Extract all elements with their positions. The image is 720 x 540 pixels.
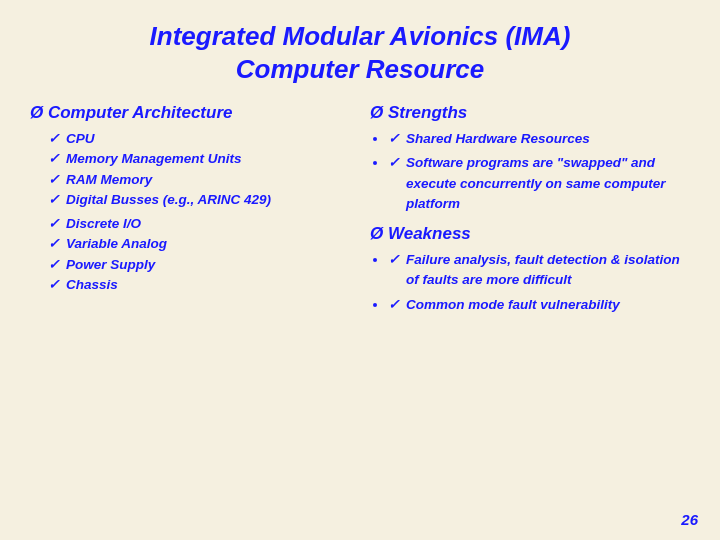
left-column: Computer Architecture CPU Memory Managem… — [30, 103, 350, 299]
page-number: 26 — [681, 511, 698, 528]
list-item: Power Supply — [48, 255, 350, 275]
slide-title: Integrated Modular Avionics (IMA) Comput… — [30, 20, 690, 85]
content-area: Computer Architecture CPU Memory Managem… — [30, 103, 690, 319]
list-item: Shared Hardware Resources — [388, 129, 690, 149]
title-line2: Computer Resource — [30, 53, 690, 86]
list-item: Software programs are "swapped" and exec… — [388, 153, 690, 214]
strengths-title: Strengths — [370, 103, 690, 123]
architecture-group1: CPU Memory Management Units RAM Memory D… — [30, 129, 350, 210]
list-item: Memory Management Units — [48, 149, 350, 169]
weakness-list: Failure analysis, fault detection & isol… — [370, 250, 690, 315]
list-item: Failure analysis, fault detection & isol… — [388, 250, 690, 291]
architecture-group2: Discrete I/O Variable Analog Power Suppl… — [30, 214, 350, 295]
list-item: Variable Analog — [48, 234, 350, 254]
list-item: CPU — [48, 129, 350, 149]
right-column: Strengths Shared Hardware Resources Soft… — [370, 103, 690, 319]
slide: Integrated Modular Avionics (IMA) Comput… — [0, 0, 720, 540]
list-item: Digital Busses (e.g., ARINC 429) — [48, 190, 350, 210]
list-item: RAM Memory — [48, 170, 350, 190]
list-item: Discrete I/O — [48, 214, 350, 234]
strengths-list: Shared Hardware Resources Software progr… — [370, 129, 690, 214]
weakness-title: Weakness — [370, 224, 690, 244]
title-line1: Integrated Modular Avionics (IMA) — [30, 20, 690, 53]
list-item: Common mode fault vulnerability — [388, 295, 690, 315]
list-item: Chassis — [48, 275, 350, 295]
computer-architecture-title: Computer Architecture — [30, 103, 350, 123]
